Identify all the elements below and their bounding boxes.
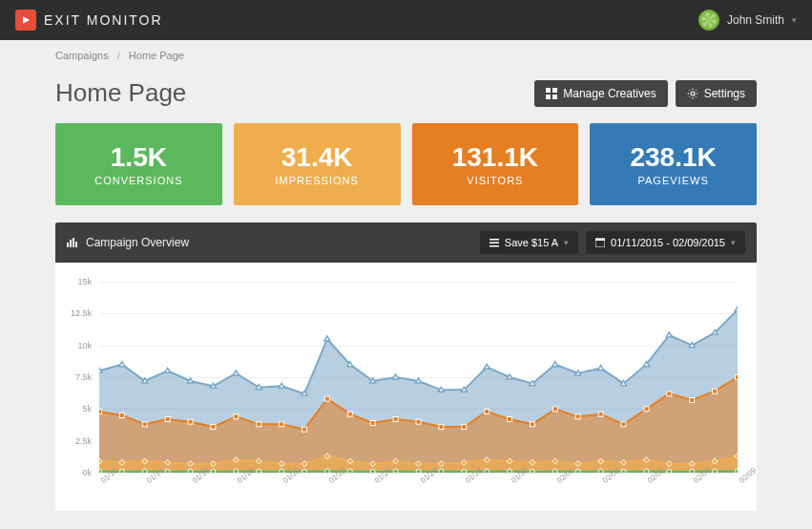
svg-rect-6	[70, 240, 72, 247]
stat-visitors: 131.1K VISITORS	[412, 123, 579, 205]
svg-rect-44	[736, 375, 738, 380]
svg-rect-7	[73, 238, 74, 247]
panel-title: Campaign Overview	[86, 236, 189, 249]
svg-rect-23	[257, 422, 261, 427]
svg-rect-16	[99, 410, 101, 414]
svg-rect-13	[595, 239, 605, 241]
chevron-down-icon: ▾	[731, 238, 736, 247]
svg-rect-20	[188, 419, 193, 424]
page-title: Home Page	[55, 78, 186, 108]
svg-rect-8	[75, 242, 77, 247]
svg-point-53	[280, 469, 284, 473]
svg-point-47	[142, 469, 147, 473]
svg-point-60	[439, 469, 444, 473]
svg-point-52	[257, 469, 261, 473]
svg-rect-2	[546, 95, 551, 99]
svg-point-55	[324, 469, 329, 473]
svg-rect-40	[644, 407, 649, 412]
svg-rect-9	[489, 239, 499, 241]
breadcrumb-current: Home Page	[129, 50, 184, 61]
chevron-down-icon: ▾	[564, 238, 569, 247]
svg-point-46	[119, 469, 124, 473]
svg-rect-31	[439, 425, 444, 430]
svg-point-64	[530, 469, 534, 473]
svg-rect-21	[211, 425, 216, 430]
svg-rect-34	[508, 417, 512, 422]
brand-name: EXIT MONITOR	[44, 12, 163, 28]
stat-impressions: 31.4K IMPRESSIONS	[234, 123, 401, 205]
svg-rect-19	[165, 417, 170, 422]
svg-rect-36	[552, 407, 557, 412]
svg-rect-18	[142, 422, 147, 427]
svg-rect-15	[602, 238, 603, 240]
chevron-down-icon: ▾	[792, 15, 797, 25]
date-range-picker[interactable]: 01/11/2015 - 02/09/2015 ▾	[586, 231, 745, 254]
svg-point-45	[99, 469, 101, 473]
svg-rect-28	[370, 421, 375, 426]
svg-rect-11	[489, 245, 499, 247]
gear-icon	[687, 88, 698, 99]
stat-pageviews: 238.1K PAGEVIEWS	[590, 123, 757, 205]
campaign-selector[interactable]: Save $15 A ▾	[480, 231, 578, 254]
svg-point-57	[370, 469, 375, 473]
svg-point-62	[485, 469, 489, 473]
svg-rect-38	[598, 412, 603, 416]
svg-point-48	[165, 469, 170, 473]
svg-point-58	[393, 469, 398, 473]
svg-rect-26	[324, 396, 329, 401]
brand-logo[interactable]: EXIT MONITOR	[15, 10, 163, 31]
manage-creatives-button[interactable]: Manage Creatives	[534, 80, 667, 107]
svg-point-59	[416, 469, 421, 473]
stats-row: 1.5K CONVERSIONS 31.4K IMPRESSIONS 131.1…	[55, 123, 757, 205]
svg-rect-42	[690, 398, 695, 403]
breadcrumb-root[interactable]: Campaigns	[55, 50, 109, 61]
svg-rect-17	[119, 413, 124, 418]
bar-chart-icon	[67, 238, 78, 247]
settings-button[interactable]: Settings	[676, 80, 757, 107]
svg-point-61	[462, 469, 467, 473]
svg-point-51	[234, 469, 239, 473]
svg-point-49	[188, 469, 193, 473]
svg-rect-35	[530, 422, 534, 427]
user-name: John Smith	[727, 13, 784, 27]
svg-rect-3	[552, 95, 557, 99]
svg-rect-37	[575, 414, 580, 419]
svg-rect-29	[393, 417, 398, 422]
svg-point-54	[302, 469, 307, 473]
svg-rect-0	[546, 88, 551, 93]
svg-point-67	[598, 469, 603, 473]
top-bar: EXIT MONITOR John Smith ▾	[0, 0, 812, 40]
svg-rect-10	[489, 243, 499, 244]
svg-rect-41	[667, 391, 672, 396]
svg-rect-27	[347, 412, 352, 416]
svg-point-73	[736, 469, 738, 473]
svg-rect-30	[416, 419, 421, 424]
user-menu[interactable]: John Smith ▾	[698, 10, 797, 31]
svg-rect-25	[302, 427, 307, 432]
svg-point-70	[667, 469, 672, 473]
avatar	[698, 10, 719, 31]
chart: 0k2.5k5k7.5k10k12.5k15k 01/1201/1401/160…	[55, 263, 757, 511]
svg-rect-43	[713, 389, 718, 393]
svg-rect-22	[234, 414, 239, 419]
svg-rect-32	[462, 425, 467, 430]
svg-point-66	[575, 469, 580, 473]
svg-rect-5	[67, 243, 69, 247]
svg-rect-24	[280, 422, 284, 427]
breadcrumb: Campaigns / Home Page	[55, 40, 757, 71]
svg-point-71	[690, 469, 695, 473]
svg-point-65	[552, 469, 557, 473]
stat-conversions: 1.5K CONVERSIONS	[55, 123, 222, 205]
svg-rect-1	[552, 88, 557, 93]
svg-point-72	[713, 469, 718, 473]
svg-point-50	[211, 469, 216, 473]
svg-point-63	[508, 469, 512, 473]
svg-point-4	[691, 92, 695, 95]
logo-icon	[15, 10, 36, 31]
svg-rect-33	[485, 410, 489, 414]
svg-point-68	[621, 469, 626, 473]
campaign-overview-panel: Campaign Overview Save $15 A ▾ 01/11/201…	[55, 222, 757, 511]
svg-point-56	[347, 469, 352, 473]
svg-rect-14	[597, 238, 598, 240]
calendar-icon	[595, 238, 605, 247]
